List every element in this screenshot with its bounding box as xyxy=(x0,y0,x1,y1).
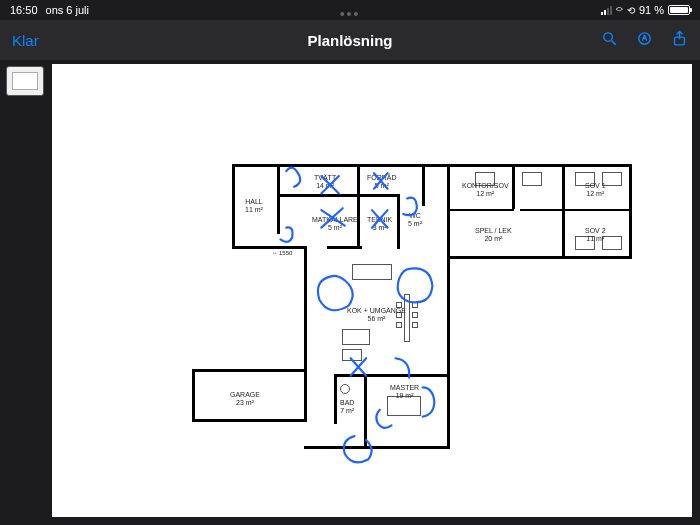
document-canvas[interactable]: 1550 ↔ HALL11 m² TVÄTT14 m² FÖRRÅD5 m² M… xyxy=(52,64,692,517)
dim-arrow: ↔ xyxy=(272,250,278,256)
done-button[interactable]: Klar xyxy=(12,32,39,49)
label-garage: GARAGE23 m² xyxy=(230,391,260,406)
page-thumbnail-strip xyxy=(0,60,48,525)
label-spel: SPEL / LEK20 m² xyxy=(475,227,512,242)
label-matkallare: MATKÄLLARE5 m² xyxy=(312,216,358,231)
label-kok: KÖK + UMGÄNGE56 m² xyxy=(347,307,406,322)
share-icon xyxy=(671,30,688,47)
dimension-1550: 1550 xyxy=(279,250,292,256)
status-date: ons 6 juli xyxy=(46,4,89,16)
battery-percent: 91 % xyxy=(639,4,664,16)
svg-line-1 xyxy=(612,40,616,44)
battery-icon xyxy=(668,5,690,15)
label-tvatt: TVÄTT14 m² xyxy=(314,174,336,189)
page-thumbnail[interactable] xyxy=(6,66,44,96)
markup-icon xyxy=(636,30,653,47)
label-sov1: SOV 112 m² xyxy=(585,182,606,197)
label-bad: BAD7 m² xyxy=(340,399,354,414)
label-forrad: FÖRRÅD5 m² xyxy=(367,174,397,189)
share-button[interactable] xyxy=(671,30,688,51)
markup-button[interactable] xyxy=(636,30,653,51)
annotation-layer xyxy=(52,64,692,517)
status-time: 16:50 xyxy=(10,4,38,16)
search-button[interactable] xyxy=(601,30,618,51)
wifi-icon: ⌔ xyxy=(616,4,623,16)
label-kontor: KONTOR/SOV12 m² xyxy=(462,182,509,197)
toolbar: ••• Klar Planlösning xyxy=(0,20,700,60)
search-icon xyxy=(601,30,618,47)
svg-point-0 xyxy=(604,32,613,41)
multitasking-dots-icon[interactable]: ••• xyxy=(340,6,361,22)
label-master: MASTER19 m² xyxy=(390,384,419,399)
label-hall: HALL11 m² xyxy=(245,198,263,213)
document-title: Planlösning xyxy=(307,32,392,49)
label-teknik: TEKNIK3 m² xyxy=(367,216,392,231)
label-wc: WC5 m² xyxy=(408,212,422,227)
cellular-signal-icon xyxy=(601,6,612,15)
label-sov2: SOV 211 m² xyxy=(585,227,606,242)
rotation-lock-icon: ⟲ xyxy=(627,5,635,16)
